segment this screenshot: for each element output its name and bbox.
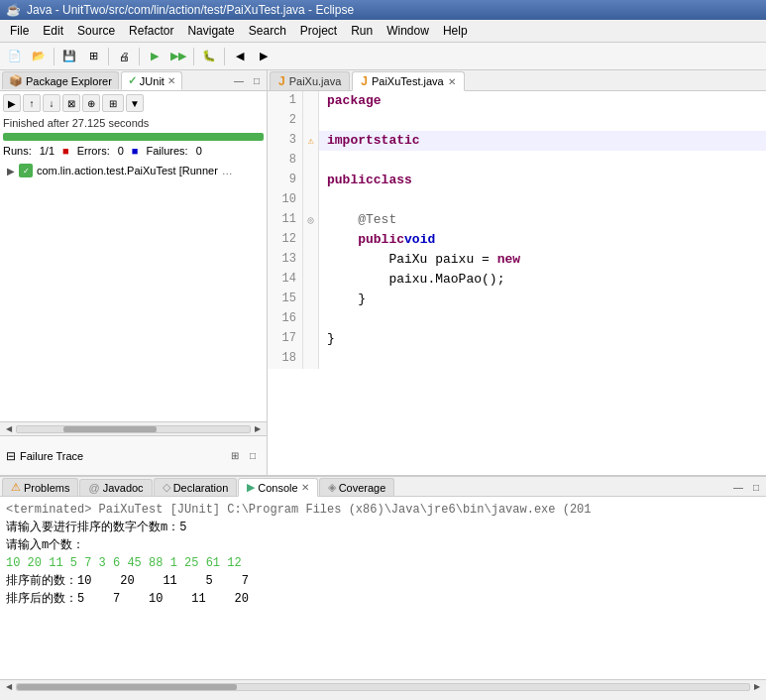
app-icon: ☕ <box>6 3 21 17</box>
junit-layout-btn[interactable]: ⊞ <box>102 94 124 112</box>
line-gutter <box>303 309 319 329</box>
junit-next-failure-btn[interactable]: ↓ <box>43 94 60 112</box>
hscroll-track[interactable] <box>16 425 251 433</box>
declaration-label: Declaration <box>173 482 229 494</box>
errors-icon: ■ <box>62 145 69 157</box>
line-content <box>319 349 766 369</box>
junit-counts: Runs: 1/1 ■ Errors: 0 ■ Failures: 0 <box>3 145 264 157</box>
paixutest-tab-label: PaiXuTest.java <box>372 75 444 87</box>
problems-label: Problems <box>24 482 69 494</box>
line-content <box>319 151 766 171</box>
maximize-panel-btn[interactable]: □ <box>249 72 265 88</box>
bottom-hscroll-track[interactable] <box>16 683 750 691</box>
line-gutter <box>303 250 319 270</box>
menu-item-refactor[interactable]: Refactor <box>123 22 179 40</box>
console-tab-close[interactable]: ✕ <box>301 482 309 493</box>
junit-tree-item[interactable]: ▶ ✓ com.lin.action.test.PaiXuTest [Runne… <box>3 162 264 179</box>
menu-item-window[interactable]: Window <box>381 22 435 40</box>
menu-item-search[interactable]: Search <box>243 22 292 40</box>
junit-filter-btn[interactable]: ⊠ <box>62 94 80 112</box>
console-min-btn[interactable]: — <box>730 479 746 495</box>
title-bar: ☕ Java - UnitTwo/src/com/lin/action/test… <box>0 0 766 20</box>
junit-tab-close[interactable]: ✕ <box>167 75 175 86</box>
problems-icon: ⚠ <box>11 481 21 494</box>
tab-junit[interactable]: ✓ JUnit ✕ <box>121 71 182 90</box>
toolbar-new[interactable]: 📄 <box>4 46 26 67</box>
junit-run-btn[interactable]: ▶ <box>3 94 21 112</box>
coverage-icon: ◈ <box>328 481 336 494</box>
toolbar-next[interactable]: ▶ <box>253 46 274 67</box>
menu-item-edit[interactable]: Edit <box>37 22 69 40</box>
toolbar-print[interactable]: 🖨 <box>113 46 135 67</box>
line-content: @Test <box>319 210 766 230</box>
toolbar-run[interactable]: ▶▶ <box>167 46 189 67</box>
paixu-tab-icon: J <box>278 74 285 88</box>
runner-suffix: … <box>222 165 233 176</box>
toolbar-open[interactable]: 📂 <box>28 46 50 67</box>
editor-tab-paixutest[interactable]: J PaiXuTest.java ✕ <box>352 71 464 91</box>
console-max-btn[interactable]: □ <box>748 479 764 495</box>
tab-declaration[interactable]: ◇ Declaration <box>154 478 238 496</box>
tab-problems[interactable]: ⚠ Problems <box>2 478 78 496</box>
code-line: 18 <box>268 349 766 369</box>
line-gutter <box>303 190 319 210</box>
code-editor[interactable]: 1package2 3⚠importstatic8 9publicclass10… <box>268 91 766 475</box>
runs-value: 1/1 <box>40 145 55 157</box>
code-line: 12 publicvoid <box>268 230 766 250</box>
line-gutter <box>303 329 319 349</box>
line-number: 14 <box>268 270 303 290</box>
line-number: 10 <box>268 190 303 210</box>
bottom-scroll-right[interactable]: ▶ <box>750 680 764 694</box>
tab-coverage[interactable]: ◈ Coverage <box>319 478 395 496</box>
code-line: 3⚠importstatic <box>268 131 766 151</box>
bottom-scroll-left[interactable]: ◀ <box>2 680 16 694</box>
menu-item-navigate[interactable]: Navigate <box>181 22 240 40</box>
console-label: Console <box>258 482 297 494</box>
line-gutter <box>303 151 319 171</box>
panel-tab-controls: — □ <box>231 72 265 88</box>
toolbar-debug[interactable]: 🐛 <box>198 46 220 67</box>
junit-menu-btn[interactable]: ▼ <box>126 94 144 112</box>
junit-status: Finished after 27.125 seconds <box>3 117 264 129</box>
filter-icon: ⊟ <box>6 449 16 463</box>
bottom-hscroll-thumb[interactable] <box>17 684 237 690</box>
junit-tree: ▶ ✓ com.lin.action.test.PaiXuTest [Runne… <box>3 162 264 418</box>
line-number: 8 <box>268 151 303 171</box>
hscroll-thumb[interactable] <box>63 426 157 432</box>
line-number: 12 <box>268 230 303 250</box>
failure-trace-label: Failure Trace <box>20 450 83 462</box>
scroll-right-btn[interactable]: ▶ <box>251 422 265 436</box>
junit-history-btn[interactable]: ⊕ <box>82 94 100 112</box>
console-line: 10 20 11 5 7 3 6 45 88 1 25 61 12 <box>6 554 760 572</box>
editor-tab-paixu[interactable]: J PaiXu.java <box>270 71 350 90</box>
failure-trace-max-btn[interactable]: □ <box>245 448 261 464</box>
minimize-panel-btn[interactable]: — <box>231 72 247 88</box>
menu-item-run[interactable]: Run <box>345 22 379 40</box>
paixutest-tab-close[interactable]: ✕ <box>448 76 456 87</box>
toolbar-sep4 <box>193 48 194 65</box>
menu-item-project[interactable]: Project <box>294 22 343 40</box>
toolbar-build[interactable]: ▶ <box>144 46 165 67</box>
menu-item-source[interactable]: Source <box>71 22 121 40</box>
failure-trace-copy-btn[interactable]: ⊞ <box>227 448 243 464</box>
tab-javadoc[interactable]: @ Javadoc <box>79 479 152 496</box>
code-line: 8 <box>268 151 766 171</box>
tab-console[interactable]: ▶ Console ✕ <box>238 478 317 497</box>
toolbar-save-all[interactable]: ⊞ <box>82 46 104 67</box>
scroll-left-btn[interactable]: ◀ <box>2 422 16 436</box>
line-content: PaiXu paixu = new <box>319 250 766 270</box>
console-line: 请输入m个数： <box>6 536 760 554</box>
toolbar-save[interactable]: 💾 <box>58 46 80 67</box>
junit-toolbar: ▶ ↑ ↓ ⊠ ⊕ ⊞ ▼ <box>3 94 264 112</box>
code-line: 10 <box>268 190 766 210</box>
menu-item-help[interactable]: Help <box>437 22 474 40</box>
toolbar-sep3 <box>139 48 140 65</box>
code-line: 13 PaiXu paixu = new <box>268 250 766 270</box>
code-line: 15 } <box>268 290 766 309</box>
toolbar-prev[interactable]: ◀ <box>229 46 251 67</box>
coverage-label: Coverage <box>339 482 386 494</box>
menu-item-file[interactable]: File <box>4 22 35 40</box>
junit-prev-failure-btn[interactable]: ↑ <box>23 94 41 112</box>
failure-trace: ⊟ Failure Trace ⊞ □ <box>0 435 267 475</box>
tab-package-explorer[interactable]: 📦 Package Explorer <box>2 71 119 89</box>
